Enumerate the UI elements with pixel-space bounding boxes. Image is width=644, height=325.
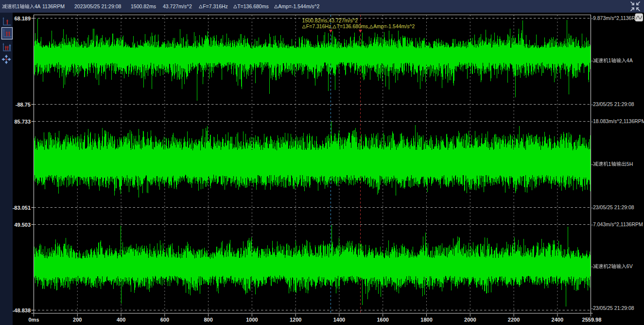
svg-text:-7.043m/s^2,1136RPM: -7.043m/s^2,1136RPM: [592, 221, 643, 227]
svg-text:0ms: 0ms: [29, 317, 39, 323]
svg-text:-23/05/25 21:29:08: -23/05/25 21:29:08: [592, 305, 634, 311]
svg-text:1: 1: [17, 4, 20, 9]
svg-text:6V: 6V: [627, 263, 633, 269]
svg-text:1000: 1000: [246, 317, 258, 323]
svg-text:F=7.316Hz: F=7.316Hz: [203, 3, 228, 9]
svg-text:-88.75: -88.75: [16, 102, 31, 108]
svg-text:4A: 4A: [35, 4, 41, 9]
svg-text:-: -: [592, 161, 593, 167]
svg-text:-83.051: -83.051: [13, 205, 31, 211]
svg-text:1500.82ms: 1500.82ms: [131, 3, 156, 9]
svg-text:85.733: 85.733: [14, 119, 31, 125]
svg-text:F=7.316Hz,: F=7.316Hz,: [306, 23, 333, 29]
svg-text:-48.838: -48.838: [13, 307, 31, 313]
svg-text:2: 2: [609, 263, 611, 269]
svg-text:2200: 2200: [508, 317, 520, 323]
svg-text:5H: 5H: [627, 161, 633, 167]
svg-text:200: 200: [73, 317, 82, 323]
svg-text:1: 1: [609, 57, 611, 63]
svg-text:-23/05/25 21:29:08: -23/05/25 21:29:08: [592, 101, 634, 107]
svg-text:Amp=-1.544m/s^2: Amp=-1.544m/s^2: [278, 3, 319, 9]
svg-text:1800: 1800: [420, 317, 432, 323]
svg-text:2559.98: 2559.98: [582, 317, 602, 323]
svg-text:4A: 4A: [627, 57, 633, 63]
svg-text:1136RPM: 1136RPM: [42, 3, 65, 9]
svg-text:2023/05/25 21:29:08: 2023/05/25 21:29:08: [74, 3, 122, 9]
svg-text:49.503: 49.503: [14, 222, 31, 228]
svg-text:1500.82ms,43.727m/s^2: 1500.82ms,43.727m/s^2: [302, 18, 358, 23]
svg-text:-18.083m/s^2,1136RPM: -18.083m/s^2,1136RPM: [592, 118, 644, 124]
svg-text:1: 1: [609, 161, 611, 167]
svg-text:-23/05/25 21:29:08: -23/05/25 21:29:08: [592, 204, 634, 210]
svg-text:T=136.680ms: T=136.680ms: [237, 3, 269, 9]
svg-text:1400: 1400: [333, 317, 345, 323]
svg-text:T=136.680ms,: T=136.680ms,: [337, 23, 369, 29]
svg-text:1200: 1200: [290, 317, 301, 323]
svg-text:Amp=-1.544m/s^2: Amp=-1.544m/s^2: [373, 23, 415, 29]
svg-text:1600: 1600: [377, 317, 389, 323]
svg-text:400: 400: [117, 317, 125, 323]
svg-text:2000: 2000: [464, 317, 476, 323]
svg-text:43.727m/s^2: 43.727m/s^2: [163, 3, 192, 9]
svg-text:-: -: [592, 57, 593, 63]
svg-text:68.189: 68.189: [14, 16, 31, 21]
svg-text:600: 600: [160, 317, 169, 323]
svg-text:2400: 2400: [552, 317, 563, 323]
svg-text:-: -: [592, 263, 593, 269]
svg-text:800: 800: [204, 317, 212, 323]
